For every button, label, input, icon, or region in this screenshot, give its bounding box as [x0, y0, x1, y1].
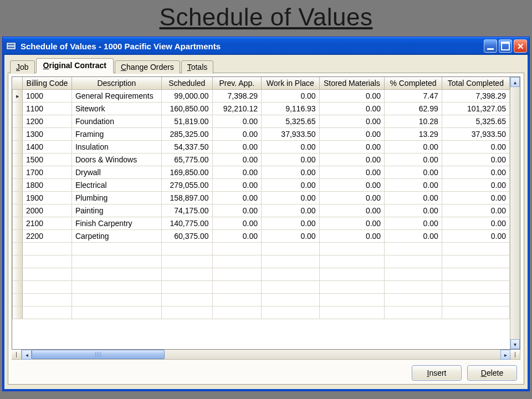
cell-empty[interactable] [71, 268, 161, 281]
cell-empty[interactable] [71, 243, 161, 255]
cell[interactable]: 10.28 [385, 115, 442, 128]
cell-empty[interactable] [71, 255, 161, 268]
cell[interactable]: 1300 [23, 128, 72, 141]
row-selector[interactable] [13, 179, 23, 192]
cell[interactable]: 65,775.00 [161, 154, 212, 166]
cell-empty[interactable] [385, 255, 442, 268]
cell-empty[interactable] [319, 306, 385, 319]
table-row[interactable]: 1200Foundation51,819.000.005,325.650.001… [13, 115, 510, 128]
cell[interactable]: 60,375.00 [161, 230, 212, 243]
row-selector[interactable] [13, 192, 23, 204]
cell-empty[interactable] [161, 243, 212, 255]
col-prev-app-[interactable]: Prev. App. [212, 77, 261, 90]
row-selector[interactable] [13, 154, 23, 166]
cell[interactable]: 0.00 [442, 230, 509, 243]
cell-empty[interactable] [23, 294, 72, 306]
cell[interactable]: 0.00 [262, 217, 320, 230]
cell[interactable]: Foundation [71, 115, 161, 128]
cell[interactable]: 0.00 [385, 217, 442, 230]
vertical-scrollbar[interactable]: ▴ ▾ [510, 77, 520, 349]
cell[interactable]: 0.00 [319, 141, 385, 154]
cell[interactable]: 279,055.00 [161, 179, 212, 192]
cell-empty[interactable] [262, 268, 320, 281]
row-selector[interactable] [13, 306, 23, 319]
cell[interactable]: 169,850.00 [161, 166, 212, 179]
maximize-button[interactable] [499, 39, 512, 53]
delete-button[interactable]: Delete [467, 365, 517, 381]
cell[interactable]: 285,325.00 [161, 128, 212, 141]
row-selector[interactable] [13, 243, 23, 255]
cell[interactable]: 99,000.00 [161, 90, 212, 103]
cell[interactable]: 1700 [23, 166, 72, 179]
cell[interactable]: 62.99 [385, 103, 442, 115]
table-row[interactable]: 2000Painting74,175.000.000.000.000.000.0… [13, 204, 510, 217]
cell[interactable]: 0.00 [212, 179, 261, 192]
table-row[interactable]: 1800Electrical279,055.000.000.000.000.00… [13, 179, 510, 192]
cell[interactable]: 0.00 [385, 179, 442, 192]
cell[interactable]: 1900 [23, 192, 72, 204]
scroll-down-button[interactable]: ▾ [510, 339, 520, 349]
cell[interactable]: 0.00 [319, 217, 385, 230]
cell-empty[interactable] [23, 255, 72, 268]
cell[interactable]: 0.00 [262, 230, 320, 243]
cell[interactable]: 0.00 [319, 166, 385, 179]
cell-empty[interactable] [212, 268, 261, 281]
cell[interactable]: 0.00 [212, 154, 261, 166]
cell-empty[interactable] [319, 268, 385, 281]
cell[interactable]: 0.00 [442, 141, 509, 154]
table-row[interactable]: 1100Sitework160,850.0092,210.129,116.930… [13, 103, 510, 115]
cell[interactable]: 54,337.50 [161, 141, 212, 154]
cell[interactable]: 7,398.29 [442, 90, 509, 103]
row-selector[interactable] [13, 281, 23, 294]
cell[interactable]: 0.00 [319, 128, 385, 141]
cell[interactable]: 92,210.12 [212, 103, 261, 115]
cell-empty[interactable] [71, 306, 161, 319]
cell-empty[interactable] [23, 243, 72, 255]
record-last-button[interactable]: | [510, 350, 520, 360]
cell-empty[interactable] [161, 306, 212, 319]
row-selector[interactable] [13, 166, 23, 179]
col-scheduled[interactable]: Scheduled [161, 77, 212, 90]
cell[interactable]: 0.00 [319, 192, 385, 204]
cell-empty[interactable] [442, 306, 509, 319]
tab-job[interactable]: Job [10, 60, 35, 74]
table-row[interactable]: 2200Carpeting60,375.000.000.000.000.000.… [13, 230, 510, 243]
cell[interactable]: 7,398.29 [212, 90, 261, 103]
cell-empty[interactable] [161, 255, 212, 268]
col-total-completed[interactable]: Total Completed [442, 77, 509, 90]
cell-empty[interactable] [161, 294, 212, 306]
cell[interactable]: Insulation [71, 141, 161, 154]
titlebar[interactable]: Schedule of Values - 1000 Pacific View A… [3, 37, 529, 55]
cell[interactable]: 7.47 [385, 90, 442, 103]
col--completed[interactable]: % Completed [385, 77, 442, 90]
cell[interactable]: 0.00 [319, 204, 385, 217]
table-row-empty[interactable] [13, 243, 510, 255]
cell[interactable]: 1000 [23, 90, 72, 103]
cell[interactable]: 0.00 [212, 204, 261, 217]
cell-empty[interactable] [385, 268, 442, 281]
cell[interactable]: 0.00 [442, 204, 509, 217]
tab-change-orders[interactable]: Change Orders [115, 60, 180, 74]
cell[interactable]: 0.00 [262, 90, 320, 103]
table-row[interactable]: 1400Insulation54,337.500.000.000.000.000… [13, 141, 510, 154]
cell-empty[interactable] [71, 281, 161, 294]
row-selector[interactable] [13, 103, 23, 115]
cell-empty[interactable] [319, 281, 385, 294]
cell[interactable]: 0.00 [212, 217, 261, 230]
cell-empty[interactable] [212, 306, 261, 319]
cell[interactable]: 9,116.93 [262, 103, 320, 115]
insert-button[interactable]: Insert [412, 365, 462, 381]
table-row[interactable]: 1700Drywall169,850.000.000.000.000.000.0… [13, 166, 510, 179]
row-selector[interactable] [13, 294, 23, 306]
cell[interactable]: 1400 [23, 141, 72, 154]
cell-empty[interactable] [212, 243, 261, 255]
cell[interactable]: 0.00 [385, 154, 442, 166]
cell[interactable]: 0.00 [385, 230, 442, 243]
row-selector[interactable] [13, 217, 23, 230]
cell[interactable]: Plumbing [71, 192, 161, 204]
cell[interactable]: 2200 [23, 230, 72, 243]
cell[interactable]: 2000 [23, 204, 72, 217]
cell[interactable]: Sitework [71, 103, 161, 115]
cell[interactable]: 0.00 [319, 179, 385, 192]
col-stored-materials[interactable]: Stored Materials [319, 77, 385, 90]
